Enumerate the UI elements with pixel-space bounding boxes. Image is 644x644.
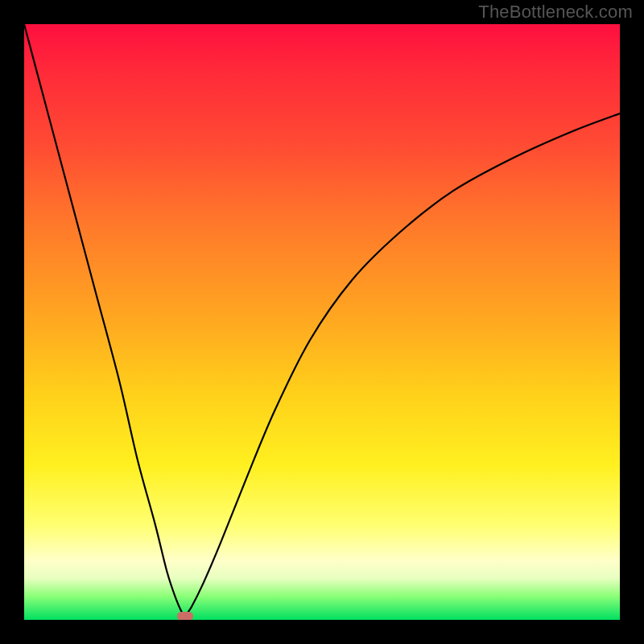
plot-area <box>24 24 620 620</box>
chart-frame: TheBottleneck.com <box>0 0 644 644</box>
watermark-text: TheBottleneck.com <box>478 2 633 23</box>
curve-path <box>24 24 620 617</box>
minimum-marker <box>177 612 193 620</box>
bottleneck-curve <box>24 24 620 620</box>
